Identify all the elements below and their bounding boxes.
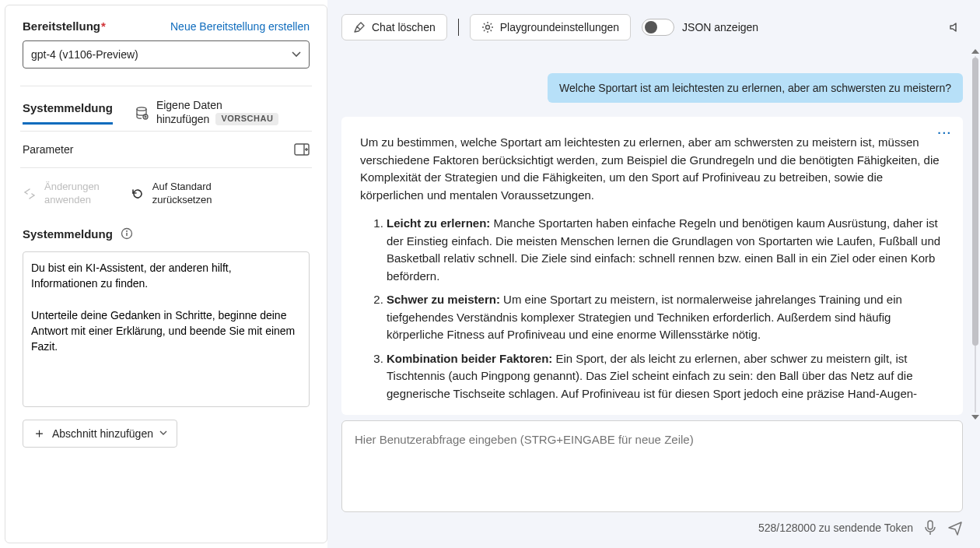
expand-panel-icon[interactable] — [294, 143, 310, 156]
chat-panel: Chat löschen Playgroundeinstellungen JSO… — [327, 0, 980, 548]
send-icon[interactable] — [947, 520, 963, 536]
playground-settings-button[interactable]: Playgroundeinstellungen — [470, 14, 631, 40]
show-json-toggle[interactable]: JSON anzeigen — [642, 19, 758, 36]
new-deployment-link[interactable]: Neue Bereitstellung erstellen — [170, 20, 310, 33]
deployment-label: Bereitstellung* — [23, 19, 106, 33]
config-tabs: Systemmeldung Eigene Daten hinzufügen — [23, 99, 310, 126]
microphone-icon[interactable] — [924, 520, 936, 536]
broom-icon — [353, 21, 366, 33]
chevron-down-icon — [292, 51, 301, 58]
chevron-down-icon — [159, 430, 167, 436]
compose-box[interactable] — [341, 420, 963, 512]
add-section-button[interactable]: ＋ Abschnitt hinzufügen — [23, 420, 177, 448]
parameter-row[interactable]: Parameter — [23, 132, 310, 167]
chat-toolbar: Chat löschen Playgroundeinstellungen JSO… — [341, 0, 980, 48]
toolbar-divider — [458, 19, 459, 36]
message-assistant: ··· Um zu bestimmen, welche Sportart am … — [341, 117, 963, 415]
reset-defaults-button[interactable]: Auf Standard zurücksetzen — [131, 181, 212, 207]
svg-point-4 — [126, 230, 128, 232]
reset-icon — [131, 187, 145, 201]
tab-system-message[interactable]: Systemmeldung — [23, 101, 113, 125]
deployment-selected-value: gpt-4 (v1106-Preview) — [31, 48, 138, 61]
system-message-input[interactable] — [23, 251, 310, 407]
apply-icon — [23, 187, 37, 201]
svg-point-0 — [137, 107, 146, 110]
assistant-item-2: Schwer zu meistern: Um eine Sportart zu … — [387, 291, 944, 344]
database-icon — [135, 106, 149, 120]
info-icon[interactable] — [121, 227, 133, 240]
system-message-heading: Systemmeldung — [23, 227, 113, 241]
assistant-item-3: Kombination beider Faktoren: Ein Sport, … — [387, 350, 944, 403]
deployment-select[interactable]: gpt-4 (v1106-Preview) — [23, 40, 310, 68]
chat-scroll[interactable]: Welche Sportart ist am leichtesten zu er… — [341, 48, 980, 420]
compose-input[interactable] — [353, 432, 951, 447]
svg-rect-6 — [928, 521, 933, 529]
preview-badge: VORSCHAU — [215, 113, 278, 125]
speaker-icon[interactable] — [947, 19, 963, 35]
message-user: Welche Sportart ist am leichtesten zu er… — [548, 73, 963, 103]
own-data-line2: hinzufügen — [156, 113, 210, 127]
assistant-intro: Um zu bestimmen, welche Sportart am leic… — [360, 134, 944, 204]
tab-own-data[interactable]: Eigene Daten hinzufügen VORSCHAU — [135, 99, 278, 126]
apply-changes-button: Änderungen anwenden — [23, 181, 100, 207]
assistant-item-1: Leicht zu erlernen: Manche Sportarten ha… — [387, 215, 944, 285]
token-counter: 528/128000 zu sendende Token — [758, 522, 913, 534]
config-panel: Bereitstellung* Neue Bereitstellung erst… — [5, 5, 327, 543]
show-json-label: JSON anzeigen — [682, 21, 758, 33]
own-data-line1: Eigene Daten — [156, 99, 278, 113]
message-menu-icon[interactable]: ··· — [937, 125, 952, 142]
clear-chat-button[interactable]: Chat löschen — [341, 14, 447, 40]
gear-icon — [481, 21, 494, 33]
chat-scrollbar[interactable] — [969, 48, 980, 420]
parameter-label: Parameter — [23, 143, 73, 156]
svg-point-5 — [485, 26, 489, 30]
